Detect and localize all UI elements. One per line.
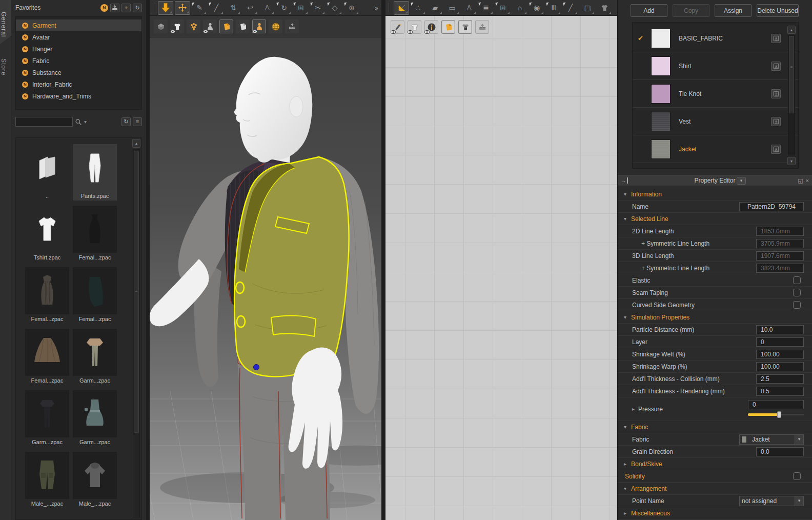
library-item-folder-up[interactable]: .. (25, 144, 69, 201)
tab-general[interactable]: General (0, 0, 11, 44)
fabric-row-jacket[interactable]: Jacket (633, 135, 798, 163)
section-selected-line[interactable]: ▾ Selected Line (618, 213, 812, 225)
fabric-row-vest[interactable]: Vest (633, 108, 798, 135)
add-favorite-button[interactable]: + (121, 4, 131, 12)
grid-sewing-tool[interactable]: ⊞ (293, 1, 309, 15)
scroll-up-button[interactable]: ▴ (787, 26, 796, 34)
lock-garment-toggle[interactable] (458, 20, 472, 34)
section-miscellaneous[interactable]: ▸ Miscellaneous (618, 507, 812, 519)
library-item-male-pants[interactable]: Male_...zpac (25, 452, 69, 508)
favorites-item-hanger[interactable]: N Hanger (16, 43, 141, 55)
library-item-female-dress-2[interactable]: Femal...zpac (25, 267, 69, 324)
toolbar-handle[interactable] (153, 3, 154, 12)
view-mode-button[interactable]: ≡ (133, 117, 142, 126)
rotate-pattern-tool[interactable]: ↻ (276, 1, 292, 15)
library-item-garment-outfit-2[interactable]: Garm...zpac (25, 390, 69, 447)
pattern-outline-tool[interactable]: ▤ (580, 1, 595, 15)
toolbar-overflow-button[interactable]: » (375, 4, 378, 12)
seam-taping-checkbox[interactable] (793, 289, 801, 296)
shrink-tool[interactable]: ◉ (529, 1, 544, 15)
rectangle-tool[interactable]: ▭ (444, 1, 460, 15)
fabric-delete-unused-button[interactable]: Delete Unused (757, 4, 799, 17)
scroll-up-button[interactable]: ▴ (132, 139, 140, 148)
library-item-female-skirt-2[interactable]: Femal...zpac (25, 329, 69, 385)
fabric-save-button[interactable] (771, 117, 781, 126)
section-bond-skive[interactable]: ▸ Bond/Skive (618, 458, 812, 470)
scrollbar-track[interactable]: ≡ (133, 149, 140, 517)
pin-tool[interactable]: ╱ (209, 1, 224, 15)
fabric-dropdown[interactable]: Jacket ▾ (739, 434, 804, 445)
library-item-garment-dress[interactable]: Garm...zpac (73, 390, 117, 447)
2d-pattern-canvas[interactable] (385, 16, 617, 520)
notch-tool[interactable]: ╱ (563, 1, 578, 15)
fabric-swatch[interactable] (651, 84, 671, 104)
section-fabric[interactable]: ▾ Fabric (618, 421, 812, 433)
pressure-slider[interactable] (748, 411, 804, 418)
section-information[interactable]: ▾ Information (618, 188, 812, 201)
scrollbar-thumb[interactable]: ≡ (134, 151, 139, 433)
fabric-save-button[interactable] (771, 89, 781, 98)
show-pattern-toggle[interactable] (236, 19, 250, 33)
button-tool[interactable]: ⊕ (344, 1, 359, 15)
show-pattern-fill-2d-toggle[interactable] (441, 20, 455, 34)
elastic-checkbox[interactable] (793, 276, 801, 284)
section-solidify[interactable]: Solidify (618, 470, 812, 483)
scrollbar-track[interactable]: ≡ (788, 35, 795, 155)
thickness-collision-input[interactable]: 2.5 (756, 374, 804, 384)
thickness-rendering-input[interactable]: 0.5 (756, 387, 804, 396)
particle-distance-input[interactable]: 10.0 (756, 325, 804, 334)
pressure-input[interactable]: 0 (748, 400, 804, 409)
section-simulation-properties[interactable]: ▾ Simulation Properties (618, 311, 812, 324)
favorites-item-fabric[interactable]: N Fabric (16, 55, 141, 67)
jacket-front-selected-pattern[interactable] (234, 157, 349, 376)
fabric-row-basic-fabric[interactable]: ✔ BASIC_FABRIC (633, 25, 798, 52)
tab-store[interactable]: Store (0, 52, 11, 82)
curved-side-geometry-checkbox[interactable] (793, 301, 801, 309)
property-editor-menu-button[interactable]: ▾ (737, 177, 746, 185)
shrinkage-weft-input[interactable]: 100.00 (756, 350, 804, 359)
sewing-machine-tool[interactable]: ≣ (478, 1, 494, 15)
name-input[interactable]: Pattern2D_59794 (739, 202, 804, 211)
trace-avatar-tool[interactable]: ♙ (461, 1, 477, 15)
transform-pattern-tool[interactable] (394, 1, 409, 15)
library-item-female-skirt-1[interactable]: Femal...zpac (73, 267, 117, 324)
garment-3d-tool[interactable] (597, 1, 612, 15)
show-particles-toggle[interactable] (187, 19, 200, 33)
show-pattern-fill-toggle[interactable] (219, 19, 233, 33)
search-filter-caret[interactable]: ▾ (84, 119, 87, 125)
scroll-down-button[interactable]: ▾ (787, 157, 796, 165)
sewing-tool[interactable]: ✂ (310, 1, 326, 15)
segment-sewing-tool[interactable]: ⊞ (495, 1, 511, 15)
avatar-tool[interactable]: ♙ (259, 1, 275, 15)
favorites-item-garment[interactable]: N Garment (16, 19, 141, 31)
show-pattern-info-toggle[interactable] (424, 20, 438, 34)
shrinkage-warp-input[interactable]: 100.00 (756, 362, 804, 371)
fabric-save-button[interactable] (771, 34, 781, 43)
tape-measure-2d-toggle[interactable] (475, 20, 489, 34)
pin-box-tool[interactable]: ◇ (327, 1, 342, 15)
popout-panel-button[interactable]: ◱ (798, 177, 803, 184)
show-garment-2d-toggle[interactable] (408, 20, 421, 34)
search-input[interactable] (15, 117, 73, 127)
simulate-button[interactable] (158, 1, 173, 15)
fabric-save-button[interactable] (771, 145, 781, 154)
refresh-library-button[interactable]: ↻ (121, 117, 131, 126)
fabric-save-button[interactable] (771, 62, 781, 71)
library-item-male-hoodie[interactable]: Male_...zpac (73, 452, 117, 508)
favorites-item-avatar[interactable]: N Avatar (16, 31, 141, 43)
fabric-swatch[interactable] (651, 29, 671, 48)
polygon-tool[interactable]: ▰ (428, 1, 443, 15)
pen-3d-tool[interactable]: ✎ (192, 1, 207, 15)
import-button[interactable] (110, 4, 119, 12)
fabric-copy-button[interactable]: Copy (673, 4, 709, 17)
scrollbar-thumb[interactable]: ≡ (789, 36, 794, 113)
search-icon[interactable] (75, 118, 82, 126)
solidify-checkbox[interactable] (793, 472, 801, 480)
3d-canvas[interactable] (150, 37, 381, 520)
swap-garment-tool[interactable]: ⇅ (226, 1, 241, 15)
selected-point-blue[interactable] (254, 365, 259, 370)
library-item-garment-outfit-1[interactable]: Garm...zpac (73, 329, 117, 385)
show-garment-toggle[interactable] (170, 19, 184, 33)
fabric-row-tie-knot[interactable]: Tie Knot (633, 80, 798, 108)
library-item-pants[interactable]: Pants.zpac (73, 144, 117, 201)
